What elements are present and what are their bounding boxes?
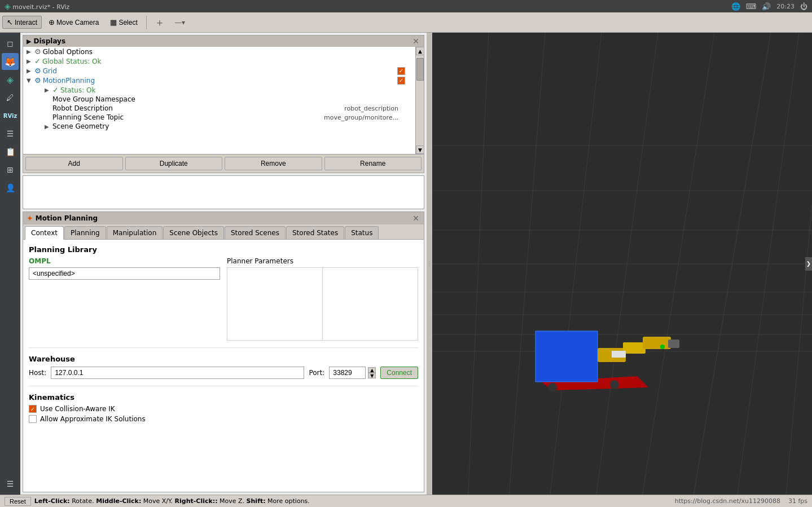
planner-select[interactable]: <unspecified>	[29, 267, 220, 280]
tree-row-global-options[interactable]: ▶ ⚙ Global Options	[23, 47, 415, 56]
titlebar-title: moveit.rviz* - RViz	[12, 3, 69, 11]
sidebar-icon-1[interactable]: ◈	[2, 71, 19, 88]
add-display-button[interactable]: Add	[25, 157, 123, 170]
mp-close-button[interactable]: ✕	[411, 214, 420, 222]
drag-handle[interactable]: ⋮	[427, 33, 432, 495]
allow-approx-row[interactable]: Allow Approximate IK Solutions	[29, 415, 418, 423]
motion-planning-checkbox[interactable]: ✓	[397, 76, 405, 85]
interact-button[interactable]: ↖ Interact	[2, 16, 42, 29]
gear-icon: ⚙	[34, 47, 41, 56]
move-camera-button[interactable]: ⊕ Move Camera	[44, 16, 103, 29]
tree-value: robot_description	[344, 105, 398, 112]
rename-button[interactable]: Rename	[324, 157, 422, 170]
tab-planning[interactable]: Planning	[64, 226, 106, 239]
sidebar-icon-4[interactable]: 📋	[2, 143, 19, 160]
mp-tabs: Context Planning Manipulation Scene Obje…	[23, 224, 424, 240]
scroll-thumb[interactable]	[416, 58, 424, 81]
host-input[interactable]	[51, 367, 304, 379]
main-layout: ◻ 🦊 ◈ 🖊 RViz ☰ 📋 ⊞ 👤 ☰ ▶ Displays ✕	[0, 33, 812, 495]
displays-arrow: ▶	[27, 38, 31, 45]
tree-row-move-group[interactable]: Move Group Namespace	[23, 95, 415, 104]
sidebar-icon-firefox[interactable]: 🦊	[2, 53, 19, 70]
tree-row-scene-geometry[interactable]: ▶ Scene Geometry	[23, 122, 415, 131]
displays-header: ▶ Displays ✕	[23, 36, 424, 47]
dropdown-button[interactable]: —▾	[171, 17, 189, 28]
scroll-down-button[interactable]: ▼	[416, 146, 424, 154]
use-collision-row[interactable]: Use Collision-Aware IK	[29, 405, 418, 413]
kinematics-title: Kinematics	[29, 393, 418, 402]
warehouse-title: Warehouse	[29, 355, 418, 363]
sidebar-icon-2[interactable]: 🖊	[2, 89, 19, 106]
tab-stored-states[interactable]: Stored States	[286, 226, 344, 239]
status-left-click: Left-Click: Rotate.	[34, 497, 96, 505]
svg-rect-21	[623, 342, 646, 354]
tab-manipulation[interactable]: Manipulation	[107, 226, 163, 239]
tree-row-robot-desc[interactable]: Robot Description robot_description	[23, 104, 415, 113]
svg-rect-18	[536, 331, 598, 382]
sidebar-icon-6[interactable]: 👤	[2, 179, 19, 196]
robot-svg	[524, 303, 682, 393]
checkbox-orange: ✓	[397, 67, 405, 75]
sidebar-icon-3[interactable]: ☰	[2, 125, 19, 142]
expand-arrow: ▶	[27, 49, 33, 55]
params-left	[227, 268, 323, 340]
reset-button[interactable]: Reset	[5, 497, 31, 506]
tab-stored-scenes[interactable]: Stored Scenes	[225, 226, 286, 239]
allow-approx-checkbox[interactable]	[29, 415, 37, 423]
spin-up-button[interactable]: ▲	[368, 367, 376, 373]
connect-button[interactable]: Connect	[380, 367, 418, 379]
svg-point-25	[660, 345, 665, 349]
status-fps: 31 fps	[788, 497, 807, 505]
select-button[interactable]: ▦ Select	[106, 16, 142, 29]
tree-row-status-ok[interactable]: ▶ ✓ Status: Ok	[23, 85, 415, 95]
sidebar-icon-5[interactable]: ⊞	[2, 161, 19, 178]
left-sidebar: ◻ 🦊 ◈ 🖊 RViz ☰ 📋 ⊞ 👤 ☰	[0, 33, 20, 495]
tree-row-grid[interactable]: ▶ ⚙ Grid ✓	[23, 66, 415, 76]
tab-scene-objects[interactable]: Scene Objects	[163, 226, 224, 239]
viewport-3d[interactable]: ❯	[432, 33, 812, 495]
tree-row-motion-planning[interactable]: ▼ ⚙ MotionPlanning ✓	[23, 76, 415, 85]
displays-close-button[interactable]: ✕	[411, 37, 420, 45]
sidebar-icon-bottom[interactable]: ☰	[2, 475, 19, 492]
add-button[interactable]: ＋	[151, 14, 169, 31]
displays-footer: Add Duplicate Remove Rename	[23, 154, 424, 173]
status-shift: Shift: More options.	[247, 497, 310, 505]
status-middle-click: Middle-Click: Move X/Y.	[96, 497, 174, 505]
tab-context[interactable]: Context	[25, 226, 64, 240]
mp-content: Planning Library OMPL <unspecified> Plan…	[23, 240, 424, 492]
tree-row-planning-scene[interactable]: Planning Scene Topic move_group/monitore…	[23, 113, 415, 122]
planning-library-title: Planning Library	[29, 245, 418, 254]
status-url: https://blog.csdn.net/xu11290088	[675, 497, 780, 505]
sidebar-icon-rviz[interactable]: RViz	[2, 107, 19, 124]
planner-right-col: Planner Parameters	[227, 257, 418, 341]
port-label: Port:	[309, 369, 324, 377]
status-right-click: Right-Click:: Move Z.	[175, 497, 247, 505]
tab-status[interactable]: Status	[345, 226, 379, 239]
displays-title: Displays	[33, 37, 65, 45]
tree-row-global-status[interactable]: ▶ ✓ Global Status: Ok	[23, 56, 415, 66]
svg-rect-23	[668, 340, 679, 348]
grid-checkbox[interactable]: ✓	[397, 67, 405, 75]
toolbar-separator	[146, 16, 147, 29]
select-icon: ▦	[110, 18, 117, 27]
scroll-up-button[interactable]: ▲	[416, 47, 424, 55]
spin-down-button[interactable]: ▼	[368, 373, 376, 378]
displays-tree: ▶ ⚙ Global Options ▶ ✓ Global Status: Ok…	[23, 47, 415, 154]
svg-rect-22	[643, 337, 671, 349]
warehouse-section: Warehouse Host: Port: ▲ ▼ Connect	[29, 355, 418, 379]
sidebar-icon-0[interactable]: ◻	[2, 35, 19, 52]
duplicate-button[interactable]: Duplicate	[125, 157, 223, 170]
app-icon: ◈	[5, 2, 11, 11]
status-text: Left-Click: Rotate. Middle-Click: Move X…	[34, 497, 310, 505]
displays-tree-wrap: ▶ ⚙ Global Options ▶ ✓ Global Status: Ok…	[23, 47, 424, 154]
tree-label: Move Group Namespace	[52, 95, 415, 103]
port-input[interactable]	[329, 367, 366, 379]
use-collision-label: Use Collision-Aware IK	[40, 405, 115, 413]
titlebar-left: ◈ moveit.rviz* - RViz	[5, 2, 69, 11]
displays-scrollbar[interactable]: ▲ ▼	[415, 47, 424, 154]
use-collision-checkbox[interactable]	[29, 405, 37, 413]
sys-icon-network: 🌐	[731, 2, 740, 11]
viewport-collapse-button[interactable]: ❯	[805, 257, 812, 271]
svg-point-26	[548, 383, 557, 392]
remove-button[interactable]: Remove	[225, 157, 322, 170]
